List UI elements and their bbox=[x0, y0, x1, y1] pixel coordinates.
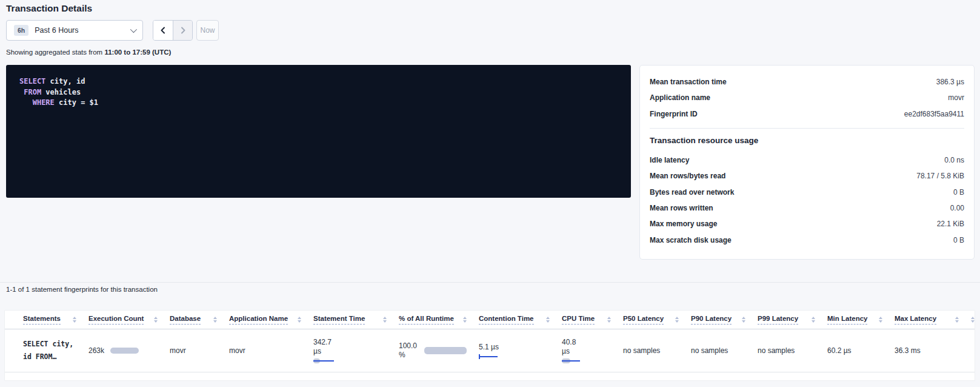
sort-arrows-icon[interactable] bbox=[383, 317, 387, 323]
sort-arrows-icon[interactable] bbox=[742, 317, 745, 323]
prev-time-button[interactable] bbox=[153, 21, 173, 40]
p90-latency-cell: no samples bbox=[687, 346, 754, 355]
resource-row-idle-latency: Idle latency 0.0 ns bbox=[650, 152, 964, 168]
sort-arrows-icon[interactable] bbox=[879, 317, 882, 323]
time-toolbar: 6h Past 6 Hours Now bbox=[6, 20, 219, 41]
database-value: movr bbox=[170, 346, 186, 355]
time-range-dropdown[interactable]: 6h Past 6 Hours bbox=[6, 20, 143, 41]
sort-arrows-icon[interactable] bbox=[213, 317, 217, 323]
statement-fingerprint-link[interactable]: SELECT city,id FROM… bbox=[23, 338, 73, 363]
time-range-label: Past 6 Hours bbox=[35, 26, 78, 35]
column-header-p90-latency[interactable]: P90 Latency bbox=[687, 315, 754, 325]
min-latency-value: 60.2 µs bbox=[827, 346, 852, 355]
statement-time-bar bbox=[313, 358, 334, 363]
chevron-down-icon bbox=[130, 26, 137, 33]
summary-value: ee2df683f5aa9411 bbox=[904, 110, 964, 118]
next-time-button[interactable] bbox=[173, 21, 192, 40]
sort-arrows-icon[interactable] bbox=[675, 317, 679, 323]
column-header-contention-time[interactable]: Contention Time bbox=[475, 315, 558, 325]
resource-row-bytes-read-over-network: Bytes read over network 0 B bbox=[650, 184, 964, 200]
column-header-p99-latency[interactable]: P99 Latency bbox=[754, 315, 824, 325]
cpu-time-value: 40.8 bbox=[562, 338, 576, 347]
sql-keyword: WHERE bbox=[33, 98, 55, 107]
sort-arrows-icon[interactable] bbox=[154, 317, 158, 323]
summary-label: Mean rows/bytes read bbox=[650, 172, 725, 180]
summary-label: Idle latency bbox=[650, 156, 689, 164]
application-name-cell: movr bbox=[225, 346, 310, 355]
sort-arrows-icon[interactable] bbox=[955, 317, 959, 323]
column-header-database[interactable]: Database bbox=[166, 315, 225, 325]
sort-arrows-icon[interactable] bbox=[812, 317, 815, 323]
column-header-cpu-time[interactable]: CPU Time bbox=[558, 315, 619, 325]
resource-row-max-memory-usage: Max memory usage 22.1 KiB bbox=[650, 216, 964, 232]
column-header-pct-of-all-runtime[interactable]: % of All Runtime bbox=[395, 315, 475, 325]
statement-row: SELECT city,id FROM… 263k movr movr 342.… bbox=[5, 329, 975, 372]
aggregation-caption-range: 11:00 to 17:59 (UTC) bbox=[104, 49, 171, 56]
summary-label: Max scratch disk usage bbox=[650, 236, 732, 244]
statements-table-header: Statements Execution Count Database Appl… bbox=[5, 311, 975, 329]
sql-text: vehicles bbox=[41, 88, 81, 96]
transaction-sql-box: SELECT city, id FROM vehicles WHERE city… bbox=[6, 65, 631, 198]
column-header-p50-latency[interactable]: P50 Latency bbox=[619, 315, 687, 325]
column-header-execution-count[interactable]: Execution Count bbox=[85, 315, 166, 325]
column-header-max-latency[interactable]: Max Latency bbox=[891, 315, 967, 325]
sort-arrows-icon[interactable] bbox=[607, 317, 611, 323]
contention-time-value: 5.1 µs bbox=[479, 343, 499, 352]
cpu-time-bar bbox=[562, 358, 582, 363]
summary-value: 78.17 / 5.8 KiB bbox=[916, 172, 964, 180]
p50-latency-cell: no samples bbox=[619, 346, 687, 355]
statement-time-value: 342.7 bbox=[313, 338, 332, 347]
sort-arrows-icon[interactable] bbox=[73, 317, 76, 323]
statements-count-caption: 1-1 of 1 statement fingerprints for this… bbox=[6, 286, 158, 293]
summary-row-fingerprint-id: Fingerprint ID ee2df683f5aa9411 bbox=[650, 106, 964, 122]
sql-text: city, id bbox=[45, 77, 85, 86]
execution-count-bar bbox=[110, 348, 139, 354]
sort-arrows-icon[interactable] bbox=[463, 317, 467, 323]
pct-runtime-cell: 100.0 % bbox=[395, 342, 475, 360]
sort-arrows-icon[interactable] bbox=[298, 317, 301, 323]
column-header-min-latency[interactable]: Min Latency bbox=[824, 315, 891, 325]
summary-label: Mean rows written bbox=[650, 204, 713, 212]
page-title: Transaction Details bbox=[6, 3, 92, 14]
min-latency-cell: 60.2 µs bbox=[824, 346, 891, 355]
summary-label: Mean transaction time bbox=[650, 78, 727, 86]
chevron-right-icon bbox=[180, 27, 186, 34]
sql-text: city = $1 bbox=[55, 98, 98, 107]
summary-value: 386.3 µs bbox=[936, 78, 964, 86]
sql-line: FROM vehicles bbox=[19, 87, 618, 98]
pct-runtime-unit: % bbox=[399, 351, 405, 360]
cpu-time-cell: 40.8 µs bbox=[558, 338, 619, 363]
statement-cell[interactable]: SELECT city,id FROM… bbox=[5, 338, 85, 363]
application-name-value: movr bbox=[229, 346, 245, 355]
resource-usage-title: Transaction resource usage bbox=[650, 136, 964, 145]
panel-divider bbox=[650, 128, 964, 129]
sort-arrows-icon[interactable] bbox=[546, 317, 550, 323]
execution-count-value: 263k bbox=[88, 346, 104, 355]
summary-label: Max memory usage bbox=[650, 220, 717, 228]
max-latency-cell: 36.3 ms bbox=[891, 346, 967, 355]
section-divider bbox=[0, 282, 980, 283]
p99-latency-cell: no samples bbox=[754, 346, 824, 355]
column-header-application-name[interactable]: Application Name bbox=[225, 315, 310, 325]
pct-runtime-value: 100.0 bbox=[399, 342, 417, 351]
execution-count-cell: 263k bbox=[85, 346, 166, 355]
now-button[interactable]: Now bbox=[196, 20, 219, 41]
statement-time-unit: µs bbox=[313, 347, 321, 356]
contention-time-bar bbox=[479, 354, 499, 359]
summary-value: 0 B bbox=[953, 188, 964, 197]
summary-label: Bytes read over network bbox=[650, 188, 734, 197]
statement-time-cell: 342.7 µs bbox=[310, 338, 395, 363]
column-header-statements[interactable]: Statements bbox=[5, 315, 85, 325]
sql-keyword: SELECT bbox=[19, 77, 45, 86]
sql-line: WHERE city = $1 bbox=[19, 98, 618, 109]
database-cell: movr bbox=[166, 346, 225, 355]
summary-value: 0.0 ns bbox=[944, 156, 964, 164]
pct-runtime-bar bbox=[424, 347, 467, 354]
aggregation-caption-prefix: Showing aggregated stats from bbox=[6, 49, 102, 56]
max-latency-value: 36.3 ms bbox=[895, 346, 921, 355]
summary-row-mean-transaction-time: Mean transaction time 386.3 µs bbox=[650, 74, 964, 90]
summary-label: Application name bbox=[650, 93, 710, 102]
summary-value: 0 B bbox=[953, 236, 964, 244]
column-header-statement-time[interactable]: Statement Time bbox=[310, 315, 395, 325]
summary-row-application-name: Application name movr bbox=[650, 90, 964, 106]
